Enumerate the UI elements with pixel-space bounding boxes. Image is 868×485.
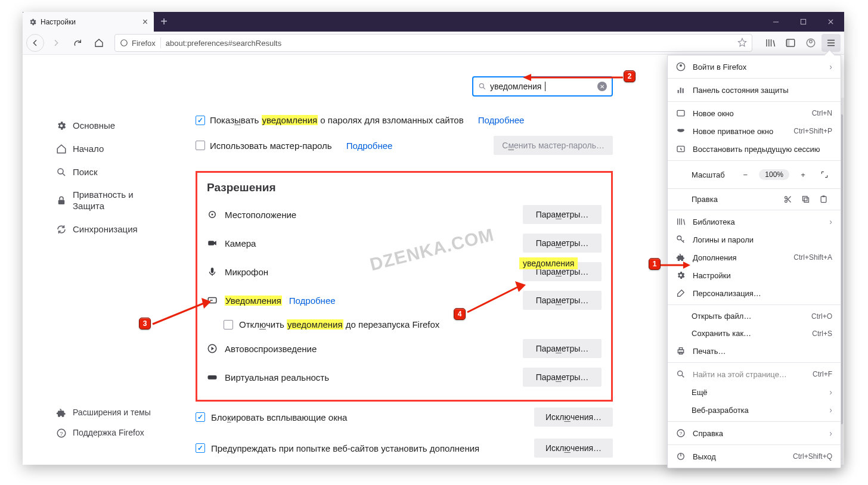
window-close-button[interactable] xyxy=(817,12,844,32)
sidebar-item-sync[interactable]: Синхронизация xyxy=(52,218,166,241)
zoom-in-button[interactable]: + xyxy=(795,167,811,182)
settings-button[interactable]: Параметры… xyxy=(523,339,602,358)
checkbox-icon[interactable] xyxy=(196,116,205,125)
nav-forward-button[interactable] xyxy=(46,34,66,52)
sidebar-item-privacy[interactable]: Приватность и Защита xyxy=(52,184,166,218)
learn-more-link[interactable]: Подробнее xyxy=(346,141,393,151)
sidebar-item-search[interactable]: Поиск xyxy=(52,161,166,184)
fullscreen-button[interactable] xyxy=(817,167,832,182)
window-maximize-button[interactable] xyxy=(789,12,817,32)
account-button[interactable] xyxy=(801,34,820,52)
nav-back-button[interactable] xyxy=(26,34,44,52)
active-tab[interactable]: Настройки × xyxy=(23,12,154,32)
settings-button[interactable]: Параметры… xyxy=(523,368,602,387)
copy-button[interactable] xyxy=(796,195,814,204)
checkbox-icon[interactable] xyxy=(224,320,233,329)
menu-label: Персонализация… xyxy=(693,289,761,298)
nav-reload-button[interactable] xyxy=(68,34,87,52)
menu-library[interactable]: Библиотека› xyxy=(668,213,841,231)
menu-new-private[interactable]: Новое приватное окноCtrl+Shift+P xyxy=(668,122,841,140)
permission-label: Автовоспроизведение xyxy=(225,344,317,354)
permission-label: Местоположение xyxy=(225,210,296,220)
callout-1: 1 xyxy=(649,258,661,270)
menu-restore-session[interactable]: Восстановить предыдущую сессию xyxy=(668,140,841,158)
checkbox-icon[interactable] xyxy=(196,443,205,453)
search-icon xyxy=(676,369,686,379)
menu-webdev[interactable]: Веб-разработка› xyxy=(668,401,841,419)
exceptions-button[interactable]: Исключения… xyxy=(534,408,613,427)
checkbox-warn-addons[interactable]: Предупреждать при попытке веб-сайтов уст… xyxy=(196,433,613,464)
menu-more[interactable]: Ещё› xyxy=(668,383,841,401)
cut-button[interactable] xyxy=(779,195,796,204)
paste-button[interactable] xyxy=(814,195,832,204)
shortcut: Ctrl+S xyxy=(812,329,832,338)
firefox-icon xyxy=(120,39,128,47)
restore-icon xyxy=(676,144,686,154)
tab-close-icon[interactable]: × xyxy=(140,17,150,27)
settings-button[interactable]: Параметры… xyxy=(523,291,602,310)
notification-icon xyxy=(207,295,218,306)
menu-addons[interactable]: ДополненияCtrl+Shift+A xyxy=(668,248,841,266)
menu-open-file[interactable]: Открыть файл…Ctrl+O xyxy=(668,307,841,325)
menu-protection-panel[interactable]: Панель состояния защиты xyxy=(668,81,841,99)
new-tab-button[interactable]: + xyxy=(154,12,174,32)
help-icon: ? xyxy=(676,428,686,438)
menu-help[interactable]: ? Справка› xyxy=(668,424,841,442)
menu-edit: Правка xyxy=(668,191,841,207)
menu-label: Сохранить как… xyxy=(692,329,751,338)
nav-home-button[interactable] xyxy=(89,34,108,52)
home-icon xyxy=(56,144,67,154)
exceptions-button[interactable]: Исключения… xyxy=(534,439,613,458)
library-button[interactable] xyxy=(761,34,780,52)
identity-block[interactable]: Firefox xyxy=(120,39,156,48)
svg-rect-4 xyxy=(786,39,789,46)
window-minimize-button[interactable] xyxy=(762,12,789,32)
svg-rect-25 xyxy=(804,198,809,203)
callout-4: 4 xyxy=(454,308,466,320)
menu-save-as[interactable]: Сохранить как…Ctrl+S xyxy=(668,325,841,342)
hamburger-menu-button[interactable] xyxy=(822,34,841,52)
svg-rect-27 xyxy=(821,197,826,203)
url-text: about:preferences#searchResults xyxy=(166,39,281,48)
sidebar-item-home[interactable]: Начало xyxy=(52,138,166,161)
bookmark-star-icon[interactable] xyxy=(737,38,747,49)
menu-find[interactable]: Найти на этой странице…Ctrl+F xyxy=(668,365,841,383)
checkbox-block-notifications[interactable]: Отключить уведомления до перезапуска Fir… xyxy=(207,315,602,334)
zoom-out-button[interactable]: − xyxy=(737,167,753,182)
menu-settings[interactable]: Настройки xyxy=(668,266,841,284)
menu-label: Логины и пароли xyxy=(693,235,754,244)
key-icon xyxy=(676,235,686,244)
vr-icon xyxy=(207,372,218,383)
checkbox-use-master-password[interactable]: Использовать мастер-пароль Подробнее Сме… xyxy=(196,130,613,160)
settings-button[interactable]: Параметры… xyxy=(523,205,602,224)
checkbox-show-breach-alerts[interactable]: Показывать уведомления о паролях для взл… xyxy=(196,110,613,130)
sidebar-button[interactable] xyxy=(781,34,800,52)
menu-label: Библиотека xyxy=(693,217,735,226)
sidebar-item-support[interactable]: ? Поддержка Firefox xyxy=(52,423,184,443)
sidebar-item-extensions[interactable]: Расширения и темы xyxy=(52,403,184,423)
menu-quit[interactable]: ВыходCtrl+Shift+Q xyxy=(668,447,841,465)
lock-icon xyxy=(56,195,67,206)
window-icon xyxy=(676,108,686,118)
checkbox-block-popups[interactable]: Блокировать всплывающие окна Исключения… xyxy=(196,402,613,433)
checkbox-icon[interactable] xyxy=(196,141,205,150)
checkbox-icon[interactable] xyxy=(196,412,205,422)
permission-notifications: Уведомления Подробнее Параметры… xyxy=(207,286,602,315)
shortcut: Ctrl+O xyxy=(811,312,832,321)
learn-more-link[interactable]: Подробнее xyxy=(478,115,525,125)
learn-more-link[interactable]: Подробнее xyxy=(289,296,336,306)
menu-print[interactable]: Печать… xyxy=(668,342,841,360)
clear-search-icon[interactable]: ✕ xyxy=(597,82,607,91)
settings-button[interactable]: Параметры… xyxy=(523,234,602,253)
menu-customize[interactable]: Персонализация… xyxy=(668,284,841,302)
svg-text:?: ? xyxy=(680,431,683,436)
svg-rect-28 xyxy=(822,195,824,197)
search-highlight-tooltip: уведомления xyxy=(519,257,578,269)
menu-new-window[interactable]: Новое окноCtrl+N xyxy=(668,104,841,122)
sidebar-item-general[interactable]: Основные xyxy=(52,114,166,138)
menu-sign-in[interactable]: Войти в Firefox› xyxy=(668,58,841,76)
shortcut: Ctrl+F xyxy=(813,370,832,378)
preferences-search-input[interactable]: уведомления ✕ xyxy=(472,76,613,97)
url-bar[interactable]: Firefox about:preferences#searchResults xyxy=(114,34,752,52)
menu-logins[interactable]: Логины и пароли xyxy=(668,231,841,248)
